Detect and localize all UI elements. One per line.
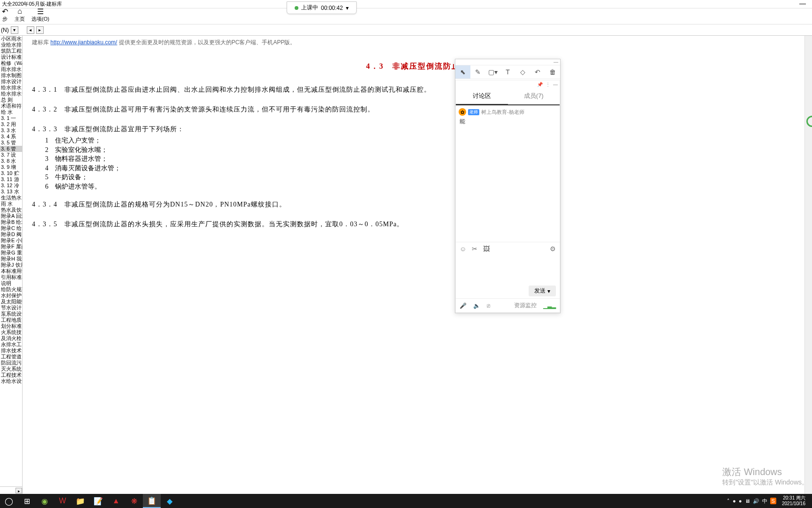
class-timer[interactable]: 上课中 00:00:42 ▾ — [287, 1, 357, 14]
tray-icon[interactable]: ● — [739, 498, 742, 504]
tab-discuss[interactable]: 讨论区 — [456, 88, 508, 105]
image-icon[interactable]: 🖼 — [483, 245, 490, 253]
toc-item[interactable]: 引用标准名 — [0, 274, 22, 280]
taskbar-app-autocad[interactable]: ▲ — [107, 494, 125, 508]
toc-scroll-right[interactable]: ▸ — [16, 488, 22, 493]
toc-item[interactable]: 附录J 饮用 — [0, 262, 22, 268]
tray-volume-icon[interactable]: 🔊 — [753, 498, 759, 504]
toc-item[interactable]: 附录G 重力 — [0, 250, 22, 256]
toc-item[interactable]: 节水设计 — [0, 305, 22, 311]
home-button[interactable]: ⌂ 主页 — [15, 7, 25, 24]
toc-item[interactable]: 3. 8 水 — [0, 158, 22, 164]
toc-item[interactable]: 3. 2 用 — [0, 121, 22, 127]
toc-item[interactable]: 3. 4 系 — [0, 134, 22, 140]
text-tool[interactable]: T — [500, 65, 515, 79]
toc-item[interactable]: 3. 12 冷 — [0, 183, 22, 189]
taskbar-app-wps[interactable]: W — [54, 494, 71, 508]
toc-item[interactable]: 3. 5 管 — [0, 140, 22, 146]
taskbar-app-browser[interactable]: ◉ — [36, 494, 54, 508]
toc-item[interactable]: 3. 3 水 — [0, 127, 22, 134]
taskbar-app-blue[interactable]: ◆ — [161, 494, 179, 508]
resource-monitor-label[interactable]: 资源监控 — [514, 302, 537, 310]
nav-prev-button[interactable]: ◂ — [27, 26, 34, 34]
toc-item[interactable]: 灭火系统 — [0, 366, 22, 372]
taskbar-app-explorer[interactable]: 📁 — [71, 494, 89, 508]
toc-item[interactable]: 工程地质 — [0, 317, 22, 323]
toc-item[interactable]: 工程管道 — [0, 354, 22, 360]
toc-item[interactable]: 总 则 — [0, 97, 22, 103]
pin-icon[interactable]: 📌 — [537, 82, 543, 87]
toc-item[interactable]: 附录E 小区 — [0, 238, 22, 244]
toc-item[interactable]: 泵系统设计 — [0, 311, 22, 317]
toc-item[interactable]: 给水排水 — [0, 85, 22, 91]
task-view-button[interactable]: ⊞ — [18, 494, 36, 508]
toc-item[interactable]: 业给水排 — [0, 42, 22, 48]
source-link[interactable]: http://www.jianbiaoku.com/ — [50, 39, 117, 46]
toc-item[interactable]: 附录D 阀门 — [0, 231, 22, 238]
eraser-tool[interactable]: ◇ — [515, 65, 530, 79]
taskbar-app-current[interactable]: 📋 — [143, 494, 161, 508]
toc-item[interactable]: 3. 9 增 — [0, 164, 22, 170]
mic-icon[interactable]: 🎤 — [460, 302, 467, 309]
toc-item[interactable]: 小区雨水控 — [0, 36, 22, 42]
options-button[interactable]: ☰ 选项(O) — [31, 7, 49, 24]
shape-tool[interactable]: ▢▾ — [485, 65, 500, 79]
toc-item[interactable]: 排水制图 — [0, 72, 22, 79]
toc-item[interactable]: 火系统技 — [0, 329, 22, 335]
toc-item[interactable]: 生活热水 — [0, 195, 22, 201]
pen-tool[interactable]: ✎ — [470, 65, 485, 79]
content-scrollbar[interactable] — [804, 36, 812, 494]
toc-item[interactable]: 附录A 回流 — [0, 213, 22, 219]
taskbar-app-red[interactable]: ❋ — [125, 494, 143, 508]
back-button[interactable]: ↶ 步 — [2, 7, 8, 24]
send-button[interactable]: 发送 ▾ — [529, 286, 556, 296]
chat-minimize-icon[interactable]: — — [553, 82, 558, 87]
toc-item[interactable]: 附录B 给水 — [0, 219, 22, 225]
nav-next-button[interactable]: ▸ — [36, 26, 44, 34]
taskbar-app-notepad[interactable]: 📝 — [89, 494, 107, 508]
toc-item[interactable]: 附录F 屋面 — [0, 244, 22, 250]
tray-icon[interactable]: ● — [733, 498, 736, 504]
delete-tool[interactable]: 🗑 — [545, 65, 560, 79]
table-of-contents[interactable]: 小区雨水控业给水排筑防工程地设计标准检修（WA雨水排水排水制图排水设计给水排水给… — [0, 36, 23, 494]
tray-sogou-icon[interactable]: S — [770, 498, 776, 504]
gear-icon[interactable]: ⚙ — [550, 245, 556, 253]
speaker-icon[interactable]: 🔈 — [473, 302, 480, 309]
toc-item[interactable]: 排水设计 — [0, 79, 22, 85]
more-icon[interactable]: ⋮ — [546, 82, 550, 87]
toc-item[interactable]: 及太阳能热 — [0, 299, 22, 305]
toc-item[interactable]: 工程技术 — [0, 372, 22, 378]
tray-chevron-icon[interactable]: ˄ — [727, 498, 730, 504]
minimize-button[interactable]: — — [793, 0, 812, 8]
tray-monitor-icon[interactable]: 🖥 — [745, 498, 750, 504]
tray-ime[interactable]: 中 — [762, 498, 767, 505]
toc-item[interactable]: 附录C 给水 — [0, 225, 22, 231]
toc-item[interactable]: 筑防工程地 — [0, 48, 22, 54]
toc-item[interactable]: 给水排水设 — [0, 91, 22, 97]
toc-item[interactable]: 附录H 我国 — [0, 256, 22, 262]
toc-item[interactable]: 3. 11 游 — [0, 176, 22, 183]
start-button[interactable]: ◯ — [0, 494, 18, 508]
chat-input[interactable] — [456, 255, 560, 284]
chart-icon[interactable]: ▁▃▂ — [543, 302, 556, 309]
toc-item[interactable]: 设计标准 — [0, 54, 22, 60]
toc-item[interactable]: 及消火栓 — [0, 335, 22, 341]
nav-dropdown-button[interactable]: ▾ — [11, 26, 18, 34]
emoji-icon[interactable]: ☺ — [460, 245, 466, 253]
toc-item[interactable]: 雨 水 — [0, 201, 22, 207]
screen-icon[interactable]: ⎚ — [487, 302, 490, 309]
toc-item[interactable]: 检修（WA — [0, 60, 22, 66]
toc-item[interactable]: 3. 6 管 — [0, 146, 22, 152]
toc-item[interactable]: 防回流污 — [0, 360, 22, 366]
tab-members[interactable]: 成员(7) — [508, 88, 560, 104]
toc-item[interactable]: 给 水 — [0, 109, 22, 115]
scissors-icon[interactable]: ✂ — [472, 245, 477, 253]
toc-item[interactable]: 热水及饮 — [0, 207, 22, 213]
toc-item[interactable]: 3. 1 一 — [0, 115, 22, 121]
toc-item[interactable]: 本标准用词 — [0, 268, 22, 274]
toc-item[interactable]: 说明 — [0, 280, 22, 286]
toc-item[interactable]: 水封保护 — [0, 293, 22, 299]
toc-item[interactable]: 给防火规范 — [0, 286, 22, 293]
toc-item[interactable]: 3. 13 水 — [0, 189, 22, 195]
toc-item[interactable]: 术语和符 — [0, 103, 22, 109]
